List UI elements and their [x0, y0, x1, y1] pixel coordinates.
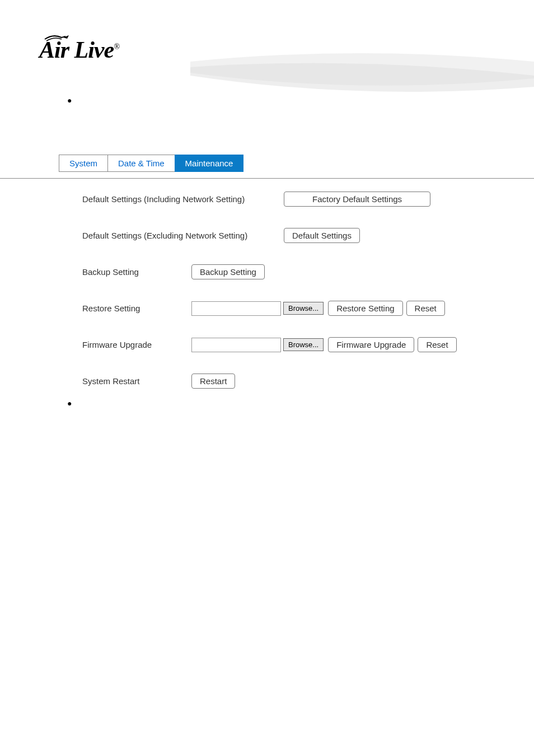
firmware-reset-button[interactable]: Reset	[418, 337, 456, 352]
divider	[0, 178, 534, 179]
label-firmware: Firmware Upgrade	[82, 340, 191, 349]
restore-browse-button[interactable]: Browse...	[283, 302, 324, 315]
label-restart: System Restart	[82, 376, 191, 386]
tabs-container: System Date & Time Maintenance	[59, 155, 243, 172]
row-backup: Backup Setting Backup Setting	[82, 264, 478, 279]
logo-text: Air Live	[39, 37, 114, 63]
tab-date-time[interactable]: Date & Time	[107, 155, 175, 172]
firmware-upgrade-button[interactable]: Firmware Upgrade	[328, 337, 414, 352]
row-default-settings: Default Settings (Excluding Network Sett…	[82, 228, 478, 243]
restart-button[interactable]: Restart	[191, 374, 235, 389]
factory-default-button[interactable]: Factory Default Settings	[284, 192, 430, 207]
restore-setting-button[interactable]: Restore Setting	[328, 301, 402, 316]
logo-reg: ®	[114, 43, 119, 51]
row-firmware: Firmware Upgrade Browse... Firmware Upgr…	[82, 337, 478, 352]
tab-maintenance[interactable]: Maintenance	[175, 155, 244, 172]
firmware-file-input[interactable]	[191, 338, 281, 352]
logo: Air Live®	[39, 36, 119, 63]
label-backup: Backup Setting	[82, 267, 191, 277]
bullet-2: ●	[67, 398, 72, 408]
row-factory-default: Default Settings (Including Network Sett…	[82, 192, 478, 207]
row-restart: System Restart Restart	[82, 374, 478, 389]
default-settings-button[interactable]: Default Settings	[284, 228, 360, 243]
backup-setting-button[interactable]: Backup Setting	[191, 264, 265, 279]
maintenance-form: Default Settings (Including Network Sett…	[82, 192, 478, 410]
firmware-browse-button[interactable]: Browse...	[283, 338, 324, 351]
tab-system[interactable]: System	[59, 155, 108, 172]
header-swoosh-graphic	[190, 48, 534, 104]
label-factory-default: Default Settings (Including Network Sett…	[82, 194, 284, 204]
label-default-settings: Default Settings (Excluding Network Sett…	[82, 231, 284, 240]
label-restore: Restore Setting	[82, 304, 191, 313]
restore-reset-button[interactable]: Reset	[406, 301, 445, 316]
row-restore: Restore Setting Browse... Restore Settin…	[82, 301, 478, 316]
bullet-1: ●	[67, 95, 72, 105]
restore-file-input[interactable]	[191, 301, 281, 316]
